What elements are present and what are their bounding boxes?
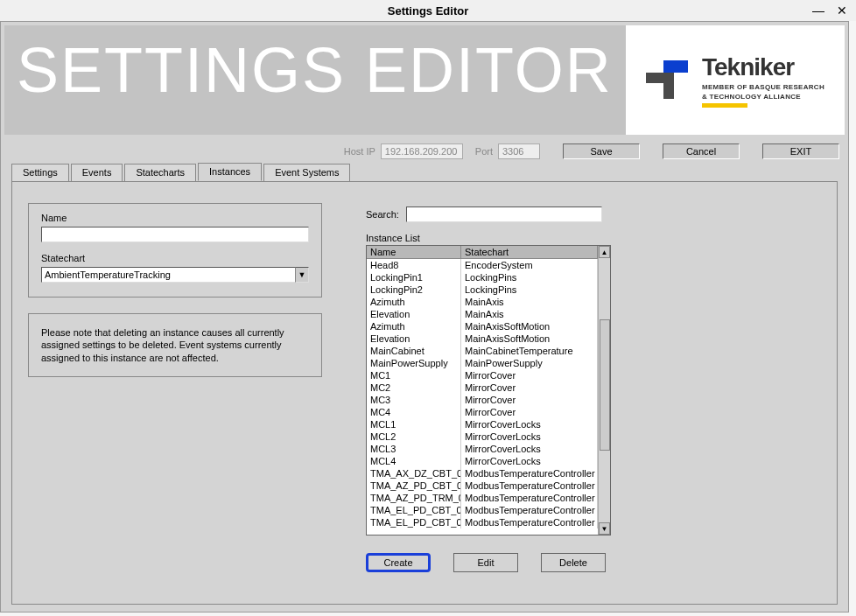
port-label: Port: [475, 146, 493, 157]
table-row[interactable]: MainCabinetMainCabinetTemperature: [367, 345, 598, 357]
cell-name: TMA_AX_DZ_CBT_0: [367, 467, 461, 480]
table-row[interactable]: LockingPin1LockingPins: [367, 271, 598, 284]
tab-content: Name Statechart ▼ Please note that delet…: [11, 181, 838, 605]
close-icon[interactable]: ✕: [837, 4, 847, 18]
cell-statechart: EncoderSystem: [461, 259, 598, 271]
cell-statechart: LockingPins: [461, 284, 598, 296]
table-row[interactable]: TMA_EL_PD_CBT_0ModbusTemperatureControll…: [367, 516, 598, 528]
cell-name: TMA_EL_PD_CBT_0: [367, 516, 461, 528]
table-row[interactable]: TMA_AX_DZ_CBT_0ModbusTemperatureControll…: [367, 467, 598, 480]
col-name[interactable]: Name: [367, 246, 461, 258]
table-row[interactable]: MC4MirrorCover: [367, 406, 598, 418]
table-row[interactable]: Head8EncoderSystem: [367, 259, 598, 271]
scrollbar[interactable]: ▲ ▼: [598, 246, 610, 535]
logo-brand: Tekniker: [702, 53, 824, 81]
table-row[interactable]: TMA_EL_PD_CBT_0ModbusTemperatureControll…: [367, 504, 598, 516]
col-statechart[interactable]: Statechart: [461, 246, 598, 258]
search-row: Search:: [366, 206, 602, 222]
cell-name: MC1: [367, 369, 461, 382]
window-title: Settings Editor: [388, 4, 468, 18]
tabs: Settings Events Statecharts Instances Ev…: [11, 163, 848, 181]
cell-statechart: ModbusTemperatureController: [461, 504, 598, 516]
cell-statechart: ModbusTemperatureController: [461, 492, 598, 504]
cancel-button[interactable]: Cancel: [663, 144, 740, 159]
delete-button[interactable]: Delete: [541, 553, 606, 572]
logo-sub1: MEMBER OF BASQUE RESEARCH: [702, 83, 824, 91]
cell-name: MC3: [367, 394, 461, 406]
chevron-down-icon[interactable]: ▼: [295, 267, 309, 283]
table-row[interactable]: AzimuthMainAxisSoftMotion: [367, 320, 598, 332]
delete-note: Please note that deleting an instance ca…: [28, 313, 322, 377]
cell-statechart: MirrorCoverLocks: [461, 455, 598, 467]
cell-statechart: ModbusTemperatureController: [461, 467, 598, 480]
search-input[interactable]: [406, 206, 602, 222]
cell-name: MCL4: [367, 455, 461, 467]
table-row[interactable]: TMA_AZ_PD_CBT_0ModbusTemperatureControll…: [367, 480, 598, 492]
cell-statechart: MirrorCover: [461, 382, 598, 394]
table-row[interactable]: MCL1MirrorCoverLocks: [367, 418, 598, 430]
tab-event-systems[interactable]: Event Systems: [263, 164, 350, 182]
cell-statechart: MainAxis: [461, 308, 598, 320]
cell-statechart: MirrorCover: [461, 406, 598, 418]
save-button[interactable]: Save: [563, 144, 640, 159]
search-label: Search:: [366, 209, 399, 220]
connection-row: Host IP Port Save Cancel EXIT: [1, 144, 839, 159]
banner-title: SETTINGS EDITOR: [17, 34, 613, 106]
table-row[interactable]: MCL3MirrorCoverLocks: [367, 443, 598, 455]
table-row[interactable]: TMA_AZ_PD_TRM_0ModbusTemperatureControll…: [367, 492, 598, 504]
table-header: Name Statechart: [367, 246, 598, 259]
create-button[interactable]: Create: [366, 553, 431, 572]
cell-name: TMA_AZ_PD_TRM_0: [367, 492, 461, 504]
table-row[interactable]: LockingPin2LockingPins: [367, 284, 598, 296]
host-ip-label: Host IP: [344, 146, 375, 157]
tab-statecharts[interactable]: Statecharts: [124, 164, 196, 182]
table-row[interactable]: MCL4MirrorCoverLocks: [367, 455, 598, 467]
host-ip-input[interactable]: [381, 144, 463, 159]
table-row[interactable]: MC2MirrorCover: [367, 382, 598, 394]
table-row[interactable]: MC1MirrorCover: [367, 369, 598, 382]
cell-name: LockingPin2: [367, 284, 461, 296]
port-input[interactable]: [498, 144, 540, 159]
table-row[interactable]: MC3MirrorCover: [367, 394, 598, 406]
scroll-down-icon[interactable]: ▼: [599, 522, 610, 535]
scroll-thumb[interactable]: [600, 319, 610, 451]
scroll-up-icon[interactable]: ▲: [599, 246, 610, 258]
cell-statechart: MainAxisSoftMotion: [461, 332, 598, 345]
cell-name: Elevation: [367, 308, 461, 320]
cell-name: MC4: [367, 406, 461, 418]
name-label: Name: [41, 213, 304, 223]
cell-name: MCL1: [367, 418, 461, 430]
logo-underline: [702, 103, 747, 108]
cell-name: TMA_EL_PD_CBT_0: [367, 504, 461, 516]
edit-button[interactable]: Edit: [453, 553, 518, 572]
cell-name: Head8: [367, 259, 461, 271]
table-row[interactable]: AzimuthMainAxis: [367, 296, 598, 308]
tab-events[interactable]: Events: [71, 164, 123, 182]
statechart-input[interactable]: [41, 267, 295, 283]
cell-name: MainCabinet: [367, 345, 461, 357]
table-row[interactable]: ElevationMainAxis: [367, 308, 598, 320]
cell-name: Azimuth: [367, 296, 461, 308]
cell-name: Elevation: [367, 332, 461, 345]
banner: SETTINGS EDITOR Tekniker MEMBER OF BASQU…: [4, 25, 845, 135]
statechart-combo[interactable]: ▼: [41, 267, 309, 283]
logo-sub2: & TECHNOLOGY ALLIANCE: [702, 93, 824, 101]
tab-settings[interactable]: Settings: [11, 164, 69, 182]
cell-statechart: MainPowerSupply: [461, 357, 598, 369]
cell-name: MC2: [367, 382, 461, 394]
minimize-icon[interactable]: —: [812, 4, 824, 18]
tekniker-icon: [646, 57, 693, 104]
tab-instances[interactable]: Instances: [198, 163, 262, 181]
action-row: Create Edit Delete: [366, 553, 606, 572]
main-window: SETTINGS EDITOR Tekniker MEMBER OF BASQU…: [0, 21, 849, 612]
name-input[interactable]: [41, 227, 309, 242]
table-row[interactable]: ElevationMainAxisSoftMotion: [367, 332, 598, 345]
table-row[interactable]: MainPowerSupplyMainPowerSupply: [367, 357, 598, 369]
cell-statechart: ModbusTemperatureController: [461, 480, 598, 492]
table-row[interactable]: MCL2MirrorCoverLocks: [367, 430, 598, 443]
cell-statechart: MainCabinetTemperature: [461, 345, 598, 357]
cell-name: TMA_AZ_PD_CBT_0: [367, 480, 461, 492]
exit-button[interactable]: EXIT: [762, 144, 839, 159]
cell-name: MCL3: [367, 443, 461, 455]
instance-form: Name Statechart ▼: [28, 203, 322, 298]
